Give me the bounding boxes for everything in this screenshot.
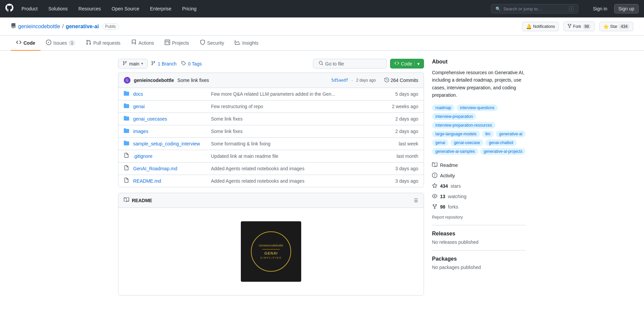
watching-label: watching [448, 194, 467, 199]
file-name-images[interactable]: images [133, 129, 207, 134]
releases-title: Releases [432, 231, 526, 237]
file-toolbar: main ▾ 1 Branch 0 Tags Go to file [118, 59, 424, 69]
activity-link[interactable]: Activity [432, 171, 526, 181]
topic-llm-short[interactable]: llm [482, 131, 494, 137]
branch-selector-button[interactable]: main ▾ [118, 59, 148, 69]
file-name-gitignore[interactable]: .gitignore [133, 153, 207, 159]
code-tab-icon [16, 40, 21, 46]
notification-button[interactable]: 🔔 Notifications [522, 22, 558, 31]
sidebar-divider-2 [432, 250, 526, 251]
tab-code[interactable]: Code [11, 36, 41, 51]
history-icon [384, 78, 389, 83]
file-time-readme: 3 days ago [395, 178, 419, 184]
readme-title-text: README [132, 198, 152, 203]
activity-label: Activity [440, 173, 455, 178]
tab-projects[interactable]: Projects [159, 36, 195, 51]
watching-count: 13 [440, 194, 445, 199]
sidebar-divider [432, 225, 526, 225]
file-name-genai-usecases[interactable]: genai_usecases [133, 116, 207, 122]
commit-message[interactable]: Some link fixes [177, 78, 209, 83]
commit-row: G genieincodebottle Some link fixes 5d5a… [118, 73, 424, 88]
nav-solutions[interactable]: Solutions [46, 4, 70, 13]
fork-button[interactable]: Fork 98 [564, 21, 595, 31]
commit-count-link[interactable]: 264 Commits [384, 78, 418, 83]
file-name-readme[interactable]: README.md [133, 178, 207, 184]
fork-sidebar-icon [432, 204, 437, 210]
about-title: About [432, 59, 526, 65]
topic-roadmap[interactable]: roadmap [432, 104, 454, 111]
code-button[interactable]: Code ▾ [390, 59, 424, 69]
nav-enterprise[interactable]: Enterprise [147, 4, 174, 13]
watching-link[interactable]: 13 watching [432, 191, 526, 202]
commit-author[interactable]: genieincodebottle [134, 78, 174, 83]
topic-genai[interactable]: genai [432, 139, 448, 146]
repo-icon [11, 23, 16, 30]
tab-security-label: Security [207, 40, 224, 46]
repo-owner[interactable]: genieincodebottle [18, 24, 60, 30]
file-name-genai-roadmap[interactable]: GenAI_Roadmap.md [133, 166, 207, 171]
file-name-genai[interactable]: genai [133, 104, 207, 109]
no-releases-msg: No releases published [432, 239, 526, 245]
topic-generative-ai-samples[interactable]: generative-ai-samples [432, 148, 478, 155]
tag-count-link[interactable]: 0 Tags [188, 61, 202, 66]
file-commit-docs: Few more Q&A related LLM parameters adde… [211, 91, 391, 97]
sidebar: About Comprehensive resources on Generat… [432, 59, 526, 296]
forks-link[interactable]: 98 forks [432, 202, 526, 212]
branch-name: main [129, 61, 139, 66]
topic-interview-prep-resources[interactable]: interview-preparation-resources [432, 122, 495, 129]
commit-separator: · [352, 78, 353, 83]
commit-count-value: 264 [390, 78, 398, 83]
readme-img-text3: SIMPLIFIED [259, 256, 283, 260]
notification-label: Notifications [533, 24, 555, 29]
tab-insights[interactable]: Insights [229, 36, 264, 51]
topic-interview-preparation[interactable]: interview-preparation [432, 113, 476, 120]
nav-opensource[interactable]: Open Source [109, 4, 142, 13]
tab-issues[interactable]: Issues 1 [41, 36, 80, 51]
signin-button[interactable]: Sign in [589, 4, 611, 13]
file-name-sample-setup[interactable]: sample_setup_coding_interview [133, 141, 207, 146]
commit-hash[interactable]: 5d5aedf [331, 78, 348, 83]
search-box[interactable]: 🔍 Search or jump to... / [491, 4, 578, 13]
topic-llm[interactable]: large-language-models [432, 131, 480, 137]
readme-logo: Genieincodebottle GENAI SIMPLIFIED [241, 221, 301, 282]
branch-chevron-icon: ▾ [141, 61, 143, 66]
code-btn-icon [394, 61, 399, 66]
readme-options-icon[interactable]: ☰ [414, 198, 418, 203]
projects-tab-icon [165, 40, 170, 46]
go-to-file-input[interactable]: Go to file [313, 59, 387, 69]
topic-generative-ai-projects[interactable]: generative-ai-projects [480, 148, 526, 155]
slash-badge: / [569, 6, 574, 11]
branch-icon [122, 61, 127, 66]
readme-link[interactable]: Readme [432, 160, 526, 171]
stars-link[interactable]: 434 stars [432, 181, 526, 191]
file-time-genai: 2 weeks ago [392, 104, 418, 109]
tab-pullrequests[interactable]: Pull requests [80, 36, 126, 51]
signup-button[interactable]: Sign up [614, 4, 639, 13]
topic-generative-ai[interactable]: generative-ai [496, 131, 526, 137]
repo-name[interactable]: generative-ai [66, 24, 99, 30]
tab-pr-label: Pull requests [93, 40, 120, 46]
topic-interview-questions[interactable]: interview-questions [457, 104, 498, 111]
tab-security[interactable]: Security [195, 36, 230, 51]
forks-count: 98 [440, 204, 445, 210]
branch-count-info: 1 Branch 0 Tags [151, 61, 202, 66]
commit-time: 2 days ago [356, 78, 376, 83]
file-commit-readme: Added Agents related notebooks and image… [211, 178, 391, 184]
topic-genai-chatbot[interactable]: genai-chatbot [485, 139, 517, 146]
nav-pricing[interactable]: Pricing [179, 4, 199, 13]
tab-issues-label: Issues [53, 40, 67, 46]
topic-genai-usecase[interactable]: genai-usecase [450, 139, 483, 146]
book-icon [124, 197, 129, 204]
star-button[interactable]: ⭐ Star 434 [599, 22, 633, 31]
github-logo-icon[interactable] [5, 4, 13, 14]
star-label: Star [610, 24, 618, 29]
branch-count-link[interactable]: 1 Branch [158, 61, 176, 66]
file-name-docs[interactable]: docs [133, 91, 207, 97]
readme-title: README [124, 197, 152, 204]
activity-icon [432, 173, 437, 179]
nav-resources[interactable]: Resources [76, 4, 104, 13]
report-repository-link[interactable]: Report repository [432, 215, 526, 220]
nav-product[interactable]: Product [19, 4, 40, 13]
readme-section: README ☰ Genieincodebottle GENAI SIMPLIF… [118, 193, 424, 296]
tab-actions[interactable]: Actions [126, 36, 159, 51]
